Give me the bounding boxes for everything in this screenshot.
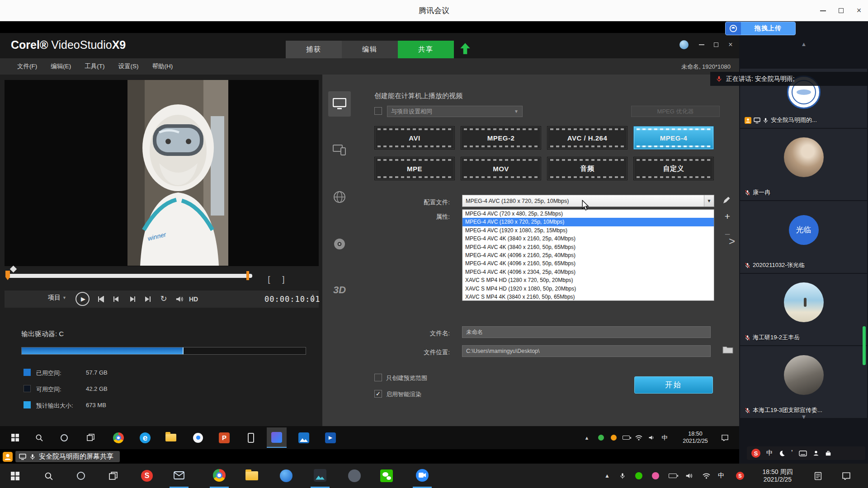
profile-option[interactable]: XAVC S MP4 HD (1920 x 1080, 50p, 20Mbps) — [462, 285, 714, 293]
host-app-icon[interactable] — [345, 464, 364, 488]
shared-tray-volume-icon[interactable] — [646, 426, 656, 449]
browse-folder-icon[interactable] — [722, 345, 733, 356]
host-mail-icon[interactable] — [170, 464, 189, 488]
same-as-project-combo[interactable]: 与项目设置相同 ▼ — [387, 106, 523, 117]
shared-explorer-icon[interactable] — [163, 426, 179, 449]
shared-tray-ime[interactable]: 中 — [659, 426, 670, 449]
more-participants-button[interactable]: ▼ — [796, 412, 812, 421]
profile-option[interactable]: MPEG-4 AVC 4K (4096 x 2160, 25p, 40Mbps) — [462, 251, 714, 259]
shared-phone-icon[interactable] — [243, 426, 259, 449]
sogou-ime-bar[interactable]: S 中 ’ — [747, 446, 865, 460]
profile-option[interactable]: XAVC S MP4 HD (1280 x 720, 50p, 20Mbps) — [462, 276, 714, 284]
used-space-swatch[interactable] — [24, 369, 31, 376]
shared-cortana-icon[interactable] — [56, 426, 72, 449]
mark-out-button[interactable]: ] — [278, 273, 288, 286]
profile-option[interactable]: MPEG-4 AVC 4K (3840 x 2160, 25p, 40Mbps) — [462, 235, 714, 243]
menu-help[interactable]: 帮助(H) — [147, 61, 179, 72]
shared-start-button[interactable] — [7, 426, 23, 449]
hd-toggle[interactable]: HD — [189, 294, 198, 305]
host-tray-battery-icon[interactable] — [666, 464, 679, 488]
tab-share[interactable]: 共享 — [398, 41, 454, 58]
keyboard-icon[interactable] — [799, 450, 807, 456]
host-start-button[interactable] — [5, 464, 24, 488]
host-tray-call-icon[interactable] — [632, 464, 645, 488]
vs-restore-button[interactable] — [710, 39, 722, 51]
host-cortana-icon[interactable] — [71, 464, 90, 488]
profile-option[interactable]: MPEG-4 AVC 4K (3840 x 2160, 50p, 65Mbps) — [462, 243, 714, 251]
toolbox-icon[interactable] — [825, 450, 831, 456]
share-indicator-pill[interactable]: 安全院马明雨的屏幕共享 — [15, 451, 120, 462]
maximize-button[interactable] — [832, 0, 850, 21]
shared-photos-icon[interactable] — [296, 426, 312, 449]
help-globe-icon[interactable] — [678, 39, 690, 51]
profile-option[interactable]: XAVC S MP4 4K (3840 x 2160, 50p, 65Mbps) — [462, 293, 714, 301]
shared-taskview-icon[interactable] — [82, 426, 99, 449]
smart-render-checkbox[interactable]: ✓ — [374, 390, 382, 398]
vs-close-button[interactable]: × — [724, 39, 737, 51]
collapse-panel-button[interactable]: ▲ — [796, 39, 812, 49]
chevron-down-icon[interactable]: ▼ — [704, 195, 714, 206]
menu-settings[interactable]: 设置(S) — [113, 61, 144, 72]
host-taskview-icon[interactable] — [104, 464, 123, 488]
shared-movies-icon[interactable]: ▶ — [322, 426, 339, 449]
filename-input[interactable]: 未命名 — [462, 326, 711, 338]
prev-frame-button[interactable] — [111, 294, 121, 304]
shared-videostudio-icon-active[interactable] — [267, 427, 287, 448]
menu-file[interactable]: 文件(F) — [12, 61, 42, 72]
host-tray-notes-icon[interactable] — [810, 464, 826, 488]
start-button[interactable]: 开始 — [634, 376, 713, 394]
profile-option[interactable]: MPEG-4 AVC (1920 x 1080, 25p, 15Mbps) — [462, 226, 714, 235]
upgrade-arrow-icon[interactable] — [459, 42, 471, 57]
close-button[interactable]: × — [850, 0, 868, 21]
ime-mode-toggle[interactable]: 中 — [766, 449, 773, 457]
shared-tray-green-icon[interactable] — [596, 426, 606, 449]
host-notification-icon[interactable] — [838, 464, 854, 488]
participant-tile[interactable]: 光临 2020211032-张光临 — [740, 201, 867, 273]
host-browser-icon[interactable] — [277, 464, 296, 488]
format-avi[interactable]: AVI — [374, 126, 455, 150]
end-button[interactable] — [143, 294, 153, 304]
format-mpeg4[interactable]: MPEG-4 — [633, 126, 714, 150]
shared-chrome-icon[interactable] — [110, 426, 127, 449]
shared-search-icon[interactable] — [31, 426, 47, 449]
host-tray-clock[interactable]: 18:50 周四2021/2/25 — [750, 464, 805, 488]
host-wechat-icon[interactable] — [377, 464, 396, 488]
play-button[interactable]: ▶ — [75, 292, 90, 306]
vs-minimize-button[interactable] — [695, 39, 708, 51]
host-tray-chevron[interactable]: ▲ — [601, 464, 613, 488]
host-sogou-icon[interactable]: S — [137, 464, 156, 488]
shared-powerpoint-icon[interactable]: P — [216, 426, 232, 449]
minimize-button[interactable] — [814, 0, 832, 21]
device-target-icon[interactable] — [328, 138, 351, 162]
host-photos-icon[interactable] — [311, 464, 330, 488]
shared-tray-person-icon[interactable] — [609, 426, 618, 449]
estimate-swatch[interactable] — [24, 401, 31, 408]
shared-tray-clock[interactable]: 18:502021/2/25 — [675, 426, 716, 449]
edit-profile-icon[interactable] — [722, 196, 731, 206]
host-tray-mic-icon[interactable] — [617, 464, 628, 488]
menu-tools[interactable]: 工具(T) — [79, 61, 110, 72]
same-as-project-checkbox[interactable] — [374, 107, 382, 115]
mpeg-optimizer-button[interactable]: MPEG 优化器 — [631, 106, 720, 117]
home-button[interactable] — [96, 294, 106, 304]
trim-start-handle[interactable] — [5, 271, 11, 282]
free-space-swatch[interactable] — [24, 385, 31, 392]
remove-profile-icon[interactable]: – — [722, 229, 732, 239]
timecode-spinner[interactable]: ▲▼ — [311, 293, 315, 303]
profile-option-highlighted[interactable]: MPEG-4 AVC (1280 x 720, 25p, 10Mbps) — [462, 218, 714, 226]
timeline-scrubber[interactable] — [8, 274, 252, 278]
format-audio[interactable]: 音频 — [547, 157, 627, 180]
shared-tray-chevron[interactable]: ▲ — [581, 426, 592, 449]
project-mode-toggle[interactable]: 项目▼ — [48, 294, 66, 302]
host-tray-ime[interactable]: 中 — [715, 464, 727, 488]
repeat-button[interactable]: ↻ — [158, 293, 169, 305]
profile-option[interactable]: MPEG-4 AVC 4K (4096 x 2304, 25p, 40Mbps) — [462, 268, 714, 276]
web-target-icon[interactable] — [328, 185, 351, 209]
drag-upload-button[interactable]: 拖拽上传 — [725, 22, 796, 35]
trim-end-handle[interactable] — [246, 271, 249, 280]
host-tray-network-icon[interactable] — [700, 464, 712, 488]
participant-tile[interactable]: 海工研19-2王丰岳 — [740, 274, 867, 345]
add-profile-icon[interactable]: + — [722, 211, 732, 221]
location-input[interactable]: C:\Users\mamingyu\Desktop\ — [462, 345, 711, 357]
host-tray-sogou-icon[interactable]: S — [733, 464, 747, 488]
